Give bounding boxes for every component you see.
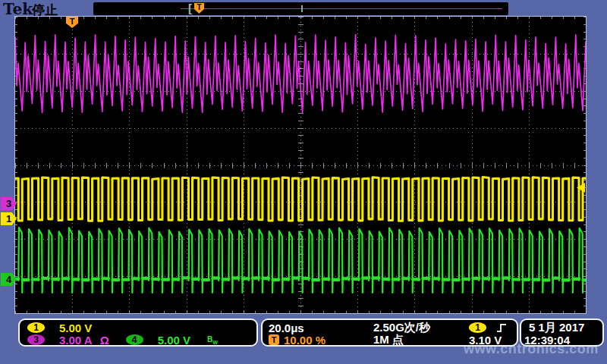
waveform-canvas [15,17,586,313]
time-row: 12:39:04 [524,334,570,346]
record-center-tick [301,5,303,12]
trigger-level-row: 3.10 V [469,334,502,346]
ch3-badge: 3 [27,334,45,345]
date-row: 5 1月 2017 [529,322,584,334]
horizontal-position: 10.00 % [284,334,326,347]
trigger-source-badge: 1 [469,322,486,333]
horizontal-scale: 20.0μs [269,322,304,334]
ch1-scale: 5.00 V [59,322,92,334]
ch1-badge: 1 [27,322,45,333]
rising-edge-icon [495,322,508,334]
horizontal-position-row: T 10.00 % [269,334,326,346]
trigger-level: 3.10 V [469,334,502,347]
ch1-readout: 1 5.00 V [27,322,92,334]
datetime-box: 5 1月 2017 12:39:04 [520,318,604,347]
time-text: 12:39:04 [524,334,570,347]
trigger-position-badge: T [269,334,279,345]
trigger-position-icon: T [194,3,204,14]
ch3-scale: 3.00 A [59,334,93,347]
ch4-badge: 4 [126,334,143,345]
ch3-ch4-readout: 3 3.00 A Ω 4 5.00 V BW [27,334,218,346]
trigger-source-row: 1 [469,322,508,334]
horizontal-scale-row: 20.0μs [269,322,304,334]
record-length-row: 1M 点 [373,334,404,346]
record-preview-bar: [ T [93,2,508,15]
horizontal-trigger-readout-box: 20.0μs T 10.00 % 2.50G次/秒 1M 点 1 3.10 V [261,318,518,347]
ch4-scale: 5.00 V [158,334,190,347]
waveform-display: T [14,16,587,314]
record-length: 1M 点 [373,333,404,347]
bandwidth-limit-icon: BW [207,335,218,345]
window-bracket: [ [188,2,192,14]
record-waveform-line [181,8,502,9]
ch3-coupling: Ω [100,334,109,347]
channel-readout-box: 1 5.00 V 3 3.00 A Ω 4 5.00 V BW [18,318,258,347]
